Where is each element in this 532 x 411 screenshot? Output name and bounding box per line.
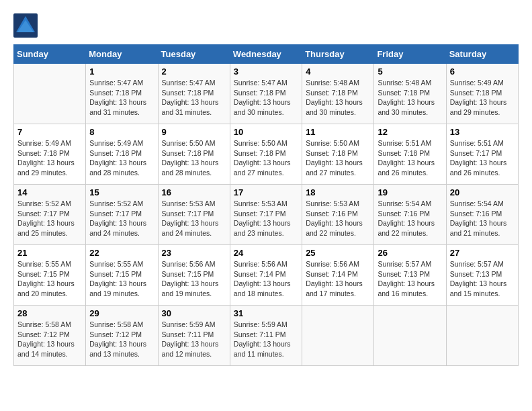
day-number: 30	[162, 308, 226, 318]
calendar-cell: 19Sunrise: 5:54 AM Sunset: 7:16 PM Dayli…	[374, 185, 446, 245]
day-detail: Sunrise: 5:53 AM Sunset: 7:17 PM Dayligh…	[234, 199, 298, 238]
calendar-cell: 3Sunrise: 5:47 AM Sunset: 7:18 PM Daylig…	[230, 64, 302, 124]
calendar-body: 1Sunrise: 5:47 AM Sunset: 7:18 PM Daylig…	[14, 64, 519, 366]
day-number: 28	[17, 308, 82, 318]
calendar-cell: 13Sunrise: 5:51 AM Sunset: 7:17 PM Dayli…	[446, 124, 518, 185]
calendar-cell	[14, 64, 86, 124]
page-header	[13, 13, 519, 38]
calendar-cell: 1Sunrise: 5:47 AM Sunset: 7:18 PM Daylig…	[86, 64, 158, 124]
day-detail: Sunrise: 5:52 AM Sunset: 7:17 PM Dayligh…	[89, 199, 154, 238]
day-detail: Sunrise: 5:47 AM Sunset: 7:18 PM Dayligh…	[234, 78, 298, 118]
day-detail: Sunrise: 5:59 AM Sunset: 7:11 PM Dayligh…	[162, 320, 226, 359]
calendar-table: SundayMondayTuesdayWednesdayThursdayFrid…	[13, 44, 519, 366]
day-detail: Sunrise: 5:48 AM Sunset: 7:18 PM Dayligh…	[306, 78, 370, 118]
day-number: 24	[234, 248, 298, 258]
day-detail: Sunrise: 5:54 AM Sunset: 7:16 PM Dayligh…	[450, 199, 515, 238]
calendar-cell: 20Sunrise: 5:54 AM Sunset: 7:16 PM Dayli…	[446, 185, 518, 245]
calendar-cell	[302, 306, 374, 366]
calendar-week-3: 14Sunrise: 5:52 AM Sunset: 7:17 PM Dayli…	[14, 185, 519, 245]
calendar-cell: 26Sunrise: 5:57 AM Sunset: 7:13 PM Dayli…	[374, 245, 446, 306]
day-detail: Sunrise: 5:47 AM Sunset: 7:18 PM Dayligh…	[162, 78, 226, 118]
calendar-cell: 2Sunrise: 5:47 AM Sunset: 7:18 PM Daylig…	[158, 64, 230, 124]
day-number: 29	[89, 308, 154, 318]
day-header-tuesday: Tuesday	[158, 45, 230, 64]
day-detail: Sunrise: 5:50 AM Sunset: 7:18 PM Dayligh…	[234, 138, 298, 178]
day-number: 4	[306, 66, 370, 77]
day-number: 26	[378, 248, 442, 258]
day-number: 19	[378, 187, 442, 197]
day-detail: Sunrise: 5:47 AM Sunset: 7:18 PM Dayligh…	[89, 78, 154, 118]
day-number: 10	[234, 127, 298, 137]
calendar-cell: 10Sunrise: 5:50 AM Sunset: 7:18 PM Dayli…	[230, 124, 302, 185]
calendar-cell: 11Sunrise: 5:50 AM Sunset: 7:18 PM Dayli…	[302, 124, 374, 185]
calendar-cell: 4Sunrise: 5:48 AM Sunset: 7:18 PM Daylig…	[302, 64, 374, 124]
day-detail: Sunrise: 5:48 AM Sunset: 7:18 PM Dayligh…	[378, 78, 442, 118]
day-number: 18	[306, 187, 370, 197]
day-header-thursday: Thursday	[302, 45, 374, 64]
calendar-cell: 8Sunrise: 5:49 AM Sunset: 7:18 PM Daylig…	[86, 124, 158, 185]
calendar-week-1: 1Sunrise: 5:47 AM Sunset: 7:18 PM Daylig…	[14, 64, 519, 124]
day-detail: Sunrise: 5:51 AM Sunset: 7:18 PM Dayligh…	[378, 138, 442, 178]
day-detail: Sunrise: 5:49 AM Sunset: 7:18 PM Dayligh…	[17, 138, 82, 178]
day-detail: Sunrise: 5:55 AM Sunset: 7:15 PM Dayligh…	[89, 259, 154, 299]
calendar-cell: 30Sunrise: 5:59 AM Sunset: 7:11 PM Dayli…	[158, 306, 230, 366]
day-number: 17	[234, 187, 298, 197]
calendar-cell: 16Sunrise: 5:53 AM Sunset: 7:17 PM Dayli…	[158, 185, 230, 245]
calendar-cell: 28Sunrise: 5:58 AM Sunset: 7:12 PM Dayli…	[14, 306, 86, 366]
day-detail: Sunrise: 5:53 AM Sunset: 7:16 PM Dayligh…	[306, 199, 370, 238]
day-number: 3	[234, 66, 298, 77]
day-number: 31	[234, 308, 298, 318]
day-number: 1	[89, 66, 154, 77]
calendar-cell: 6Sunrise: 5:49 AM Sunset: 7:18 PM Daylig…	[446, 64, 518, 124]
day-detail: Sunrise: 5:56 AM Sunset: 7:15 PM Dayligh…	[162, 259, 226, 299]
calendar-cell: 5Sunrise: 5:48 AM Sunset: 7:18 PM Daylig…	[374, 64, 446, 124]
calendar-cell: 18Sunrise: 5:53 AM Sunset: 7:16 PM Dayli…	[302, 185, 374, 245]
day-detail: Sunrise: 5:50 AM Sunset: 7:18 PM Dayligh…	[306, 138, 370, 178]
day-detail: Sunrise: 5:53 AM Sunset: 7:17 PM Dayligh…	[162, 199, 226, 238]
day-header-monday: Monday	[86, 45, 158, 64]
calendar-cell: 24Sunrise: 5:56 AM Sunset: 7:14 PM Dayli…	[230, 245, 302, 306]
calendar-cell: 17Sunrise: 5:53 AM Sunset: 7:17 PM Dayli…	[230, 185, 302, 245]
calendar-cell: 21Sunrise: 5:55 AM Sunset: 7:15 PM Dayli…	[14, 245, 86, 306]
calendar-cell: 31Sunrise: 5:59 AM Sunset: 7:11 PM Dayli…	[230, 306, 302, 366]
day-number: 6	[450, 66, 515, 77]
day-number: 23	[162, 248, 226, 258]
day-number: 12	[378, 127, 442, 137]
day-number: 13	[450, 127, 515, 137]
day-number: 9	[162, 127, 226, 137]
calendar-cell	[374, 306, 446, 366]
day-detail: Sunrise: 5:59 AM Sunset: 7:11 PM Dayligh…	[234, 320, 298, 359]
calendar-header-row: SundayMondayTuesdayWednesdayThursdayFrid…	[14, 45, 519, 64]
logo	[13, 13, 40, 38]
calendar-cell: 23Sunrise: 5:56 AM Sunset: 7:15 PM Dayli…	[158, 245, 230, 306]
day-number: 22	[89, 248, 154, 258]
day-number: 16	[162, 187, 226, 197]
calendar-cell: 12Sunrise: 5:51 AM Sunset: 7:18 PM Dayli…	[374, 124, 446, 185]
logo-icon	[13, 13, 38, 38]
day-detail: Sunrise: 5:51 AM Sunset: 7:17 PM Dayligh…	[450, 138, 515, 178]
day-number: 5	[378, 66, 442, 77]
day-detail: Sunrise: 5:58 AM Sunset: 7:12 PM Dayligh…	[89, 320, 154, 359]
day-detail: Sunrise: 5:54 AM Sunset: 7:16 PM Dayligh…	[378, 199, 442, 238]
calendar-cell: 15Sunrise: 5:52 AM Sunset: 7:17 PM Dayli…	[86, 185, 158, 245]
calendar-cell: 7Sunrise: 5:49 AM Sunset: 7:18 PM Daylig…	[14, 124, 86, 185]
day-number: 8	[89, 127, 154, 137]
day-number: 20	[450, 187, 515, 197]
day-detail: Sunrise: 5:49 AM Sunset: 7:18 PM Dayligh…	[89, 138, 154, 178]
calendar-cell	[446, 306, 518, 366]
day-detail: Sunrise: 5:58 AM Sunset: 7:12 PM Dayligh…	[17, 320, 82, 359]
day-detail: Sunrise: 5:57 AM Sunset: 7:13 PM Dayligh…	[450, 259, 515, 299]
day-detail: Sunrise: 5:57 AM Sunset: 7:13 PM Dayligh…	[378, 259, 442, 299]
calendar-cell: 27Sunrise: 5:57 AM Sunset: 7:13 PM Dayli…	[446, 245, 518, 306]
day-number: 15	[89, 187, 154, 197]
day-number: 2	[162, 66, 226, 77]
day-header-sunday: Sunday	[14, 45, 86, 64]
day-number: 14	[17, 187, 82, 197]
day-number: 7	[17, 127, 82, 137]
day-header-saturday: Saturday	[446, 45, 518, 64]
day-number: 25	[306, 248, 370, 258]
day-detail: Sunrise: 5:55 AM Sunset: 7:15 PM Dayligh…	[17, 259, 82, 299]
calendar-cell: 25Sunrise: 5:56 AM Sunset: 7:14 PM Dayli…	[302, 245, 374, 306]
day-header-wednesday: Wednesday	[230, 45, 302, 64]
calendar-cell: 29Sunrise: 5:58 AM Sunset: 7:12 PM Dayli…	[86, 306, 158, 366]
